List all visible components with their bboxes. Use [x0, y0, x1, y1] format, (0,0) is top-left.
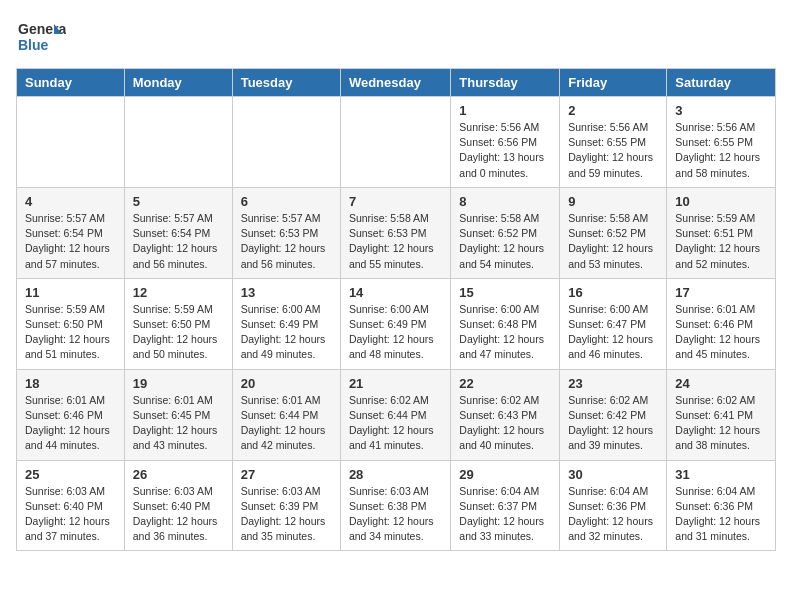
day-number: 20: [241, 376, 332, 391]
day-info: Sunrise: 6:00 AM Sunset: 6:49 PM Dayligh…: [241, 302, 332, 363]
calendar-week-3: 11Sunrise: 5:59 AM Sunset: 6:50 PM Dayli…: [17, 278, 776, 369]
calendar-cell: 4Sunrise: 5:57 AM Sunset: 6:54 PM Daylig…: [17, 187, 125, 278]
day-info: Sunrise: 5:59 AM Sunset: 6:51 PM Dayligh…: [675, 211, 767, 272]
day-info: Sunrise: 6:00 AM Sunset: 6:47 PM Dayligh…: [568, 302, 658, 363]
day-info: Sunrise: 5:57 AM Sunset: 6:54 PM Dayligh…: [133, 211, 224, 272]
page-header: GeneralBlue: [16, 16, 776, 56]
day-number: 8: [459, 194, 551, 209]
day-number: 24: [675, 376, 767, 391]
day-number: 11: [25, 285, 116, 300]
day-info: Sunrise: 6:02 AM Sunset: 6:44 PM Dayligh…: [349, 393, 442, 454]
day-number: 23: [568, 376, 658, 391]
day-number: 17: [675, 285, 767, 300]
calendar-cell: [17, 97, 125, 188]
day-number: 28: [349, 467, 442, 482]
day-number: 16: [568, 285, 658, 300]
day-info: Sunrise: 5:58 AM Sunset: 6:52 PM Dayligh…: [568, 211, 658, 272]
calendar-cell: 12Sunrise: 5:59 AM Sunset: 6:50 PM Dayli…: [124, 278, 232, 369]
day-number: 2: [568, 103, 658, 118]
day-info: Sunrise: 5:56 AM Sunset: 6:55 PM Dayligh…: [568, 120, 658, 181]
calendar-cell: 22Sunrise: 6:02 AM Sunset: 6:43 PM Dayli…: [451, 369, 560, 460]
day-number: 30: [568, 467, 658, 482]
calendar-week-2: 4Sunrise: 5:57 AM Sunset: 6:54 PM Daylig…: [17, 187, 776, 278]
day-number: 4: [25, 194, 116, 209]
day-number: 22: [459, 376, 551, 391]
weekday-header-thursday: Thursday: [451, 69, 560, 97]
calendar-cell: 14Sunrise: 6:00 AM Sunset: 6:49 PM Dayli…: [340, 278, 450, 369]
day-number: 26: [133, 467, 224, 482]
svg-text:Blue: Blue: [18, 37, 49, 53]
calendar-cell: 7Sunrise: 5:58 AM Sunset: 6:53 PM Daylig…: [340, 187, 450, 278]
day-number: 29: [459, 467, 551, 482]
weekday-header-tuesday: Tuesday: [232, 69, 340, 97]
day-info: Sunrise: 6:03 AM Sunset: 6:40 PM Dayligh…: [133, 484, 224, 545]
calendar-cell: 13Sunrise: 6:00 AM Sunset: 6:49 PM Dayli…: [232, 278, 340, 369]
calendar-cell: 9Sunrise: 5:58 AM Sunset: 6:52 PM Daylig…: [560, 187, 667, 278]
day-number: 1: [459, 103, 551, 118]
day-number: 19: [133, 376, 224, 391]
day-number: 25: [25, 467, 116, 482]
day-number: 13: [241, 285, 332, 300]
calendar-cell: 6Sunrise: 5:57 AM Sunset: 6:53 PM Daylig…: [232, 187, 340, 278]
calendar-cell: 1Sunrise: 5:56 AM Sunset: 6:56 PM Daylig…: [451, 97, 560, 188]
calendar-table: SundayMondayTuesdayWednesdayThursdayFrid…: [16, 68, 776, 551]
calendar-week-1: 1Sunrise: 5:56 AM Sunset: 6:56 PM Daylig…: [17, 97, 776, 188]
calendar-cell: 24Sunrise: 6:02 AM Sunset: 6:41 PM Dayli…: [667, 369, 776, 460]
day-number: 5: [133, 194, 224, 209]
calendar-cell: 11Sunrise: 5:59 AM Sunset: 6:50 PM Dayli…: [17, 278, 125, 369]
day-info: Sunrise: 6:04 AM Sunset: 6:36 PM Dayligh…: [568, 484, 658, 545]
calendar-cell: 31Sunrise: 6:04 AM Sunset: 6:36 PM Dayli…: [667, 460, 776, 551]
weekday-header-wednesday: Wednesday: [340, 69, 450, 97]
day-info: Sunrise: 6:02 AM Sunset: 6:41 PM Dayligh…: [675, 393, 767, 454]
day-number: 6: [241, 194, 332, 209]
day-info: Sunrise: 5:58 AM Sunset: 6:52 PM Dayligh…: [459, 211, 551, 272]
calendar-cell: 15Sunrise: 6:00 AM Sunset: 6:48 PM Dayli…: [451, 278, 560, 369]
calendar-cell: 26Sunrise: 6:03 AM Sunset: 6:40 PM Dayli…: [124, 460, 232, 551]
calendar-cell: 29Sunrise: 6:04 AM Sunset: 6:37 PM Dayli…: [451, 460, 560, 551]
calendar-week-5: 25Sunrise: 6:03 AM Sunset: 6:40 PM Dayli…: [17, 460, 776, 551]
day-number: 27: [241, 467, 332, 482]
day-number: 10: [675, 194, 767, 209]
calendar-header-row: SundayMondayTuesdayWednesdayThursdayFrid…: [17, 69, 776, 97]
calendar-cell: 20Sunrise: 6:01 AM Sunset: 6:44 PM Dayli…: [232, 369, 340, 460]
calendar-cell: 27Sunrise: 6:03 AM Sunset: 6:39 PM Dayli…: [232, 460, 340, 551]
calendar-cell: 19Sunrise: 6:01 AM Sunset: 6:45 PM Dayli…: [124, 369, 232, 460]
calendar-cell: 30Sunrise: 6:04 AM Sunset: 6:36 PM Dayli…: [560, 460, 667, 551]
calendar-cell: 18Sunrise: 6:01 AM Sunset: 6:46 PM Dayli…: [17, 369, 125, 460]
day-number: 14: [349, 285, 442, 300]
day-info: Sunrise: 5:59 AM Sunset: 6:50 PM Dayligh…: [133, 302, 224, 363]
calendar-cell: 2Sunrise: 5:56 AM Sunset: 6:55 PM Daylig…: [560, 97, 667, 188]
day-info: Sunrise: 6:03 AM Sunset: 6:40 PM Dayligh…: [25, 484, 116, 545]
day-info: Sunrise: 6:00 AM Sunset: 6:48 PM Dayligh…: [459, 302, 551, 363]
calendar-cell: 25Sunrise: 6:03 AM Sunset: 6:40 PM Dayli…: [17, 460, 125, 551]
calendar-cell: 17Sunrise: 6:01 AM Sunset: 6:46 PM Dayli…: [667, 278, 776, 369]
day-info: Sunrise: 6:01 AM Sunset: 6:45 PM Dayligh…: [133, 393, 224, 454]
day-info: Sunrise: 5:58 AM Sunset: 6:53 PM Dayligh…: [349, 211, 442, 272]
day-number: 9: [568, 194, 658, 209]
day-number: 31: [675, 467, 767, 482]
weekday-header-saturday: Saturday: [667, 69, 776, 97]
calendar-cell: [124, 97, 232, 188]
calendar-cell: 3Sunrise: 5:56 AM Sunset: 6:55 PM Daylig…: [667, 97, 776, 188]
calendar-cell: 10Sunrise: 5:59 AM Sunset: 6:51 PM Dayli…: [667, 187, 776, 278]
day-info: Sunrise: 5:56 AM Sunset: 6:55 PM Dayligh…: [675, 120, 767, 181]
day-info: Sunrise: 6:03 AM Sunset: 6:38 PM Dayligh…: [349, 484, 442, 545]
day-info: Sunrise: 6:04 AM Sunset: 6:37 PM Dayligh…: [459, 484, 551, 545]
day-info: Sunrise: 6:00 AM Sunset: 6:49 PM Dayligh…: [349, 302, 442, 363]
day-info: Sunrise: 6:01 AM Sunset: 6:46 PM Dayligh…: [25, 393, 116, 454]
day-number: 12: [133, 285, 224, 300]
calendar-cell: [340, 97, 450, 188]
day-number: 21: [349, 376, 442, 391]
day-info: Sunrise: 5:57 AM Sunset: 6:54 PM Dayligh…: [25, 211, 116, 272]
day-info: Sunrise: 6:01 AM Sunset: 6:46 PM Dayligh…: [675, 302, 767, 363]
logo: GeneralBlue: [16, 16, 66, 56]
calendar-cell: 21Sunrise: 6:02 AM Sunset: 6:44 PM Dayli…: [340, 369, 450, 460]
weekday-header-sunday: Sunday: [17, 69, 125, 97]
calendar-cell: [232, 97, 340, 188]
calendar-week-4: 18Sunrise: 6:01 AM Sunset: 6:46 PM Dayli…: [17, 369, 776, 460]
day-number: 3: [675, 103, 767, 118]
day-info: Sunrise: 6:03 AM Sunset: 6:39 PM Dayligh…: [241, 484, 332, 545]
day-info: Sunrise: 5:59 AM Sunset: 6:50 PM Dayligh…: [25, 302, 116, 363]
day-info: Sunrise: 6:04 AM Sunset: 6:36 PM Dayligh…: [675, 484, 767, 545]
svg-text:General: General: [18, 21, 66, 37]
